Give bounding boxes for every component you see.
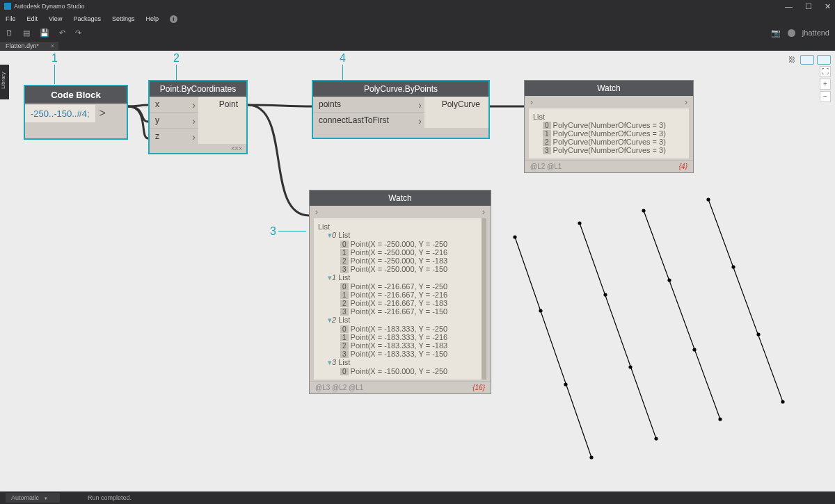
menu-settings[interactable]: Settings bbox=[112, 15, 135, 22]
menu-packages[interactable]: Packages bbox=[73, 15, 101, 22]
point-bycoordinates-node[interactable]: Point.ByCoordinates x y z Point XXX bbox=[148, 80, 248, 154]
app-logo-icon bbox=[4, 3, 11, 10]
svg-point-4 bbox=[590, 456, 593, 459]
watch-node-2[interactable]: Watch ›› List▾0 List0Point(X = -250.000,… bbox=[309, 190, 491, 394]
input-port-points[interactable]: points bbox=[313, 97, 424, 113]
svg-point-9 bbox=[655, 437, 658, 440]
node-title: PolyCurve.ByPoints bbox=[313, 81, 488, 97]
svg-point-16 bbox=[707, 198, 710, 201]
tabbar: Flatten.dyn* × bbox=[0, 40, 835, 51]
user-avatar-icon[interactable] bbox=[788, 29, 795, 37]
node-title: Point.ByCoordinates bbox=[150, 81, 246, 97]
annotation-line bbox=[54, 65, 55, 84]
node-title: Watch bbox=[525, 81, 693, 96]
document-tab[interactable]: Flatten.dyn* × bbox=[0, 42, 58, 50]
watch-in-port[interactable]: › bbox=[315, 207, 318, 217]
link-icon[interactable]: ⛓ bbox=[786, 55, 797, 65]
tab-label: Flatten.dyn* bbox=[6, 42, 39, 49]
polycurve-bypoints-node[interactable]: PolyCurve.ByPoints points connectLastToF… bbox=[312, 80, 490, 139]
zoom-out-button[interactable]: − bbox=[820, 91, 831, 102]
output-port-point[interactable]: Point bbox=[198, 97, 246, 112]
minimize-button[interactable]: — bbox=[785, 2, 793, 11]
app-title: Autodesk Dynamo Studio bbox=[14, 3, 85, 10]
svg-point-13 bbox=[693, 348, 696, 351]
redo-icon[interactable]: ↷ bbox=[75, 29, 81, 38]
svg-point-3 bbox=[564, 383, 567, 386]
svg-point-14 bbox=[719, 418, 722, 421]
input-port-y[interactable]: y bbox=[150, 113, 198, 129]
annotation-line bbox=[176, 65, 177, 80]
annotation-4: 4 bbox=[340, 52, 346, 65]
3d-view-icon[interactable] bbox=[817, 55, 831, 65]
watch-count: {16} bbox=[472, 384, 485, 391]
node-lacing[interactable]: XXX bbox=[150, 144, 246, 153]
svg-point-17 bbox=[732, 266, 735, 268]
geometry-preview bbox=[501, 190, 821, 468]
info-icon[interactable]: i bbox=[170, 15, 177, 23]
close-button[interactable]: ✕ bbox=[825, 2, 831, 11]
annotation-line bbox=[278, 231, 306, 231]
menu-view[interactable]: View bbox=[49, 15, 62, 22]
watch-output: List 0PolyCurve(NumberOfCurves = 3) 1Pol… bbox=[529, 108, 689, 158]
svg-point-19 bbox=[781, 400, 784, 403]
svg-line-10 bbox=[644, 211, 720, 419]
menu-edit[interactable]: Edit bbox=[27, 15, 38, 22]
canvas[interactable]: Library ⛓ ⛶ + − 1 2 4 3 Code Block -250.… bbox=[0, 51, 835, 491]
camera-icon[interactable]: 📷 bbox=[771, 29, 781, 38]
menu-help[interactable]: Help bbox=[145, 15, 159, 22]
code-block-node[interactable]: Code Block -250..-150..#4; > bbox=[24, 85, 128, 140]
svg-line-0 bbox=[515, 237, 591, 457]
menubar: File Edit View Packages Settings Help i bbox=[0, 13, 835, 25]
node-title: Code Block bbox=[25, 86, 127, 104]
svg-line-5 bbox=[580, 223, 656, 439]
svg-line-15 bbox=[708, 200, 783, 402]
input-port-x[interactable]: x bbox=[150, 97, 198, 113]
node-title: Watch bbox=[310, 190, 491, 206]
undo-icon[interactable]: ↶ bbox=[59, 29, 65, 38]
code-text[interactable]: -250..-150..#4; bbox=[25, 105, 95, 122]
annotation-3: 3 bbox=[270, 225, 276, 238]
menu-file[interactable]: File bbox=[6, 15, 16, 22]
toolbar: 🗋 ▤ 💾 ↶ ↷ 📷 jhattend bbox=[0, 25, 835, 40]
watch-in-port[interactable]: › bbox=[530, 97, 533, 107]
watch-out-port[interactable]: › bbox=[685, 97, 687, 107]
open-file-icon[interactable]: ▤ bbox=[23, 29, 30, 38]
library-panel-tab[interactable]: Library bbox=[0, 65, 9, 99]
graph-view-icon[interactable] bbox=[800, 55, 814, 65]
run-mode-dropdown[interactable]: Automatic bbox=[6, 493, 60, 503]
svg-point-8 bbox=[629, 366, 632, 368]
tab-close-icon[interactable]: × bbox=[51, 42, 54, 49]
new-file-icon[interactable]: 🗋 bbox=[6, 29, 13, 37]
status-message: Run completed. bbox=[88, 494, 132, 501]
watch-count: {4} bbox=[679, 163, 687, 170]
titlebar: Autodesk Dynamo Studio — ☐ ✕ bbox=[0, 0, 835, 13]
svg-point-6 bbox=[578, 222, 581, 225]
watch-output[interactable]: List▾0 List0Point(X = -250.000, Y = -250… bbox=[314, 218, 486, 380]
output-port-polycurve[interactable]: PolyCurve bbox=[424, 97, 488, 112]
maximize-button[interactable]: ☐ bbox=[805, 2, 812, 11]
annotation-line bbox=[342, 65, 343, 80]
view-controls: ⛓ ⛶ + − bbox=[786, 55, 831, 102]
svg-point-7 bbox=[604, 293, 607, 296]
watch-levels[interactable]: @L3 @L2 @L1 bbox=[315, 384, 363, 391]
svg-point-1 bbox=[514, 236, 516, 238]
svg-point-12 bbox=[668, 279, 671, 282]
zoom-in-button[interactable]: + bbox=[820, 79, 831, 90]
input-port-z[interactable]: z bbox=[150, 129, 198, 144]
output-port[interactable]: > bbox=[95, 104, 110, 123]
watch-levels[interactable]: @L2 @L1 bbox=[530, 163, 562, 170]
svg-point-2 bbox=[539, 309, 542, 312]
input-port-connectlast[interactable]: connectLastToFirst bbox=[313, 113, 424, 128]
annotation-1: 1 bbox=[51, 52, 58, 65]
watch-out-port[interactable]: › bbox=[482, 207, 485, 217]
save-icon[interactable]: 💾 bbox=[40, 29, 49, 38]
statusbar: Automatic Run completed. bbox=[0, 491, 835, 504]
username[interactable]: jhattend bbox=[802, 29, 829, 37]
annotation-2: 2 bbox=[173, 52, 180, 65]
svg-point-18 bbox=[757, 333, 760, 336]
fit-view-button[interactable]: ⛶ bbox=[820, 66, 831, 77]
svg-point-11 bbox=[642, 209, 645, 212]
watch-node-1[interactable]: Watch ›› List 0PolyCurve(NumberOfCurves … bbox=[524, 80, 694, 173]
